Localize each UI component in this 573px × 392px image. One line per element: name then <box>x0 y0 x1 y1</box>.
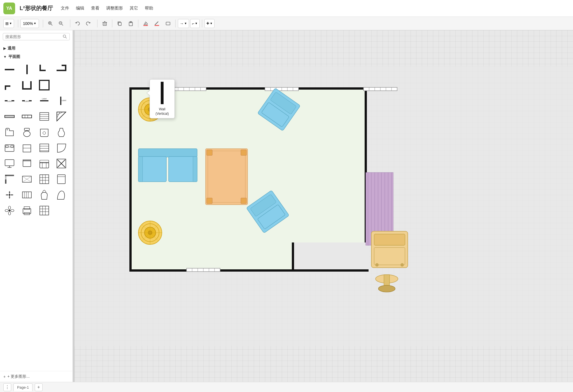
paste-button[interactable] <box>126 19 136 28</box>
shape-wall-h[interactable] <box>2 62 17 77</box>
menu-help[interactable]: 帮助 <box>145 6 153 11</box>
add-page-button[interactable]: + <box>35 383 43 391</box>
shape-flower[interactable] <box>2 203 17 218</box>
shape-corner-table[interactable] <box>54 141 69 155</box>
toolbar: ⊞ ▼ 100% ▼ <box>0 17 573 30</box>
undo-button[interactable] <box>73 19 83 28</box>
shape-door1[interactable]: Label <box>2 94 17 108</box>
shape-bathtub[interactable] <box>2 125 17 139</box>
shape-sofa[interactable] <box>37 156 52 171</box>
general-arrow: ▶ <box>3 46 6 50</box>
shape-table[interactable] <box>20 156 34 171</box>
shape-foot[interactable] <box>54 188 69 202</box>
svg-rect-24 <box>39 70 46 71</box>
svg-rect-88 <box>40 175 49 184</box>
arrow-style-button[interactable]: → ▼ <box>178 19 189 28</box>
sep8 <box>202 20 202 27</box>
sidebar-footer[interactable]: + + 更多图形... <box>0 371 73 382</box>
shape-window1[interactable] <box>2 109 17 124</box>
menu-other[interactable]: 其它 <box>130 6 138 11</box>
shape-stair[interactable] <box>37 109 52 124</box>
shape-toilet[interactable] <box>20 125 34 139</box>
shape-corner2[interactable] <box>54 62 69 77</box>
shape-nightstand[interactable] <box>20 141 34 155</box>
shape-u-wall[interactable] <box>20 78 34 92</box>
search-input[interactable] <box>5 34 63 39</box>
tooltip-icon <box>157 82 168 106</box>
shape-radiator[interactable] <box>20 188 34 202</box>
sep1 <box>18 20 18 27</box>
sidebar-section-floorplan[interactable]: ▼ 平面图 <box>0 53 73 61</box>
page-tab[interactable]: Page-1 <box>13 383 32 391</box>
sidebar-section-general[interactable]: ▶ 通用 <box>0 44 73 53</box>
shape-corner[interactable] <box>37 62 52 77</box>
menu-view[interactable]: 查看 <box>91 6 99 11</box>
shape-bed-single[interactable] <box>54 172 69 186</box>
shape-diagonal[interactable] <box>54 109 69 124</box>
delete-button[interactable] <box>100 19 110 28</box>
svg-rect-187 <box>374 234 405 245</box>
sep4 <box>97 20 97 27</box>
page-menu-button[interactable]: ⋮ <box>3 383 11 391</box>
zoom-in-button[interactable] <box>45 19 55 28</box>
shape-label2[interactable]: Label <box>54 94 69 108</box>
shape-window2[interactable] <box>20 109 34 124</box>
shape-label1[interactable]: Label <box>37 94 52 108</box>
shape-monitor[interactable] <box>2 156 17 171</box>
line-color-button[interactable] <box>152 19 162 28</box>
general-label: 通用 <box>8 46 15 51</box>
zoom-display[interactable]: 100% ▼ <box>20 19 39 28</box>
svg-text:Label: Label <box>62 99 67 101</box>
menu-edit[interactable]: 编辑 <box>76 6 84 11</box>
svg-rect-165 <box>206 149 248 205</box>
shape-l-wall[interactable] <box>2 78 17 92</box>
svg-point-58 <box>24 131 30 137</box>
svg-rect-167 <box>207 150 212 155</box>
fill-color-button[interactable] <box>141 19 151 28</box>
shape-shelf[interactable] <box>37 141 52 155</box>
shape-wall-v[interactable] <box>20 62 34 77</box>
layout-group: ⊞ ▼ <box>3 19 14 28</box>
search-box[interactable] <box>3 33 70 40</box>
svg-rect-60 <box>5 145 14 151</box>
add-button[interactable]: + ▼ <box>204 19 215 28</box>
svg-point-190 <box>400 263 404 267</box>
coffee-table <box>206 149 248 205</box>
svg-point-193 <box>378 285 395 292</box>
add-page-icon: + <box>37 385 40 390</box>
svg-rect-62 <box>6 145 8 148</box>
floorplan-label: 平面图 <box>8 54 20 59</box>
shape-empty[interactable] <box>54 78 69 92</box>
menu-file[interactable]: 文件 <box>61 6 69 11</box>
shape-grid-item[interactable] <box>37 172 52 186</box>
copy-button[interactable] <box>115 19 125 28</box>
redo-button[interactable] <box>83 19 93 28</box>
shape-dots-grid[interactable] <box>37 203 52 218</box>
shape-tv[interactable] <box>20 172 34 186</box>
shape-printer[interactable] <box>20 203 34 218</box>
shape-bed1[interactable] <box>2 141 17 155</box>
shape-door2[interactable]: Label <box>20 94 34 108</box>
canvas-svg[interactable] <box>74 30 573 382</box>
connector-style-button[interactable]: ⌐ ▼ <box>190 19 200 28</box>
shape-fan[interactable] <box>2 188 17 202</box>
menu-adjust[interactable]: 调整图形 <box>106 6 123 11</box>
layout-button[interactable]: ⊞ ▼ <box>3 19 14 28</box>
shape-l-sofa[interactable] <box>2 172 17 186</box>
zoom-out-button[interactable] <box>56 19 66 28</box>
shape-style-button[interactable] <box>163 19 173 28</box>
lamp2 <box>138 221 162 244</box>
sep2 <box>43 20 43 27</box>
shape-vase[interactable] <box>54 125 69 139</box>
shape-pot[interactable] <box>37 188 52 202</box>
shape-room[interactable] <box>37 78 52 92</box>
shape-sink[interactable] <box>37 125 52 139</box>
svg-rect-188 <box>374 248 405 265</box>
sep7 <box>175 20 176 27</box>
svg-rect-40 <box>40 100 48 101</box>
svg-rect-27 <box>57 70 66 71</box>
svg-point-100 <box>9 210 10 211</box>
svg-line-16 <box>155 22 158 25</box>
canvas-area[interactable]: Wall (Vertical) <box>74 30 573 382</box>
shape-cross[interactable] <box>54 156 69 171</box>
